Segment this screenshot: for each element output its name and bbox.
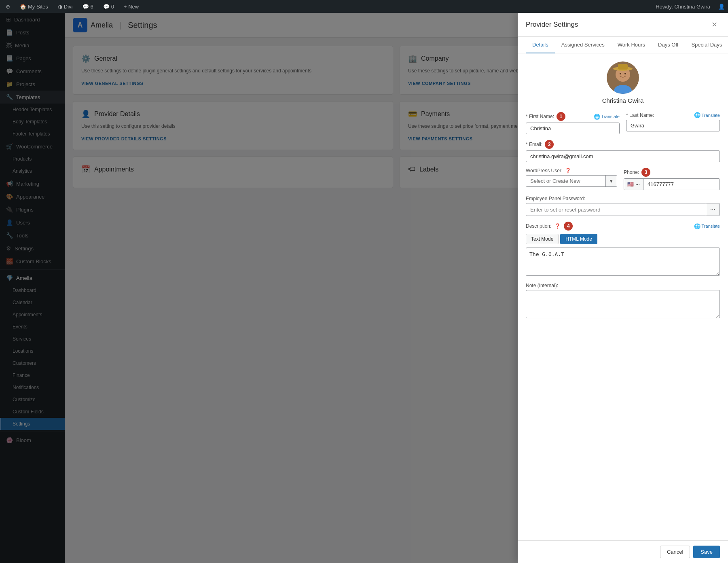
employee-password-input[interactable]: [526, 203, 706, 216]
avatar-name: Christina Gwira: [602, 97, 644, 104]
tab-details[interactable]: Details: [526, 37, 555, 53]
modal-title: Provider Settings: [526, 21, 578, 29]
provider-settings-modal: Provider Settings ✕ Details Assigned Ser…: [518, 13, 728, 563]
email-row: * Email: 2: [526, 140, 720, 162]
wp-logo[interactable]: ⊕: [3, 4, 13, 10]
phone-number-input[interactable]: [643, 179, 720, 190]
first-name-group: * First Name: 1 🌐 Translate: [526, 112, 620, 134]
wordpress-user-input[interactable]: [526, 176, 605, 186]
divi-bar-item[interactable]: ◑ Divi: [55, 4, 75, 10]
description-mode-buttons: Text Mode HTML Mode: [526, 234, 720, 244]
modal-body: Christina Gwira * First Name: 1 🌐 Transl…: [518, 53, 728, 540]
wordpress-user-label: WordPress User: ❓: [526, 168, 617, 174]
name-row: * First Name: 1 🌐 Translate * Last Name:…: [526, 112, 720, 134]
wordpress-user-wrapper: ▾: [526, 175, 617, 187]
description-translate[interactable]: 🌐 Translate: [694, 223, 720, 229]
email-label: * Email: 2: [526, 140, 720, 149]
messages-bar-item[interactable]: 💬 0: [101, 4, 116, 10]
last-name-label: * Last Name: 🌐 Translate: [626, 112, 720, 118]
avatar[interactable]: [607, 61, 639, 94]
step-badge-4: 4: [564, 222, 573, 231]
flag-emoji: 🇺🇸: [627, 181, 634, 187]
svg-rect-6: [618, 64, 628, 70]
last-name-translate[interactable]: 🌐 Translate: [694, 112, 720, 118]
phone-input-wrapper: 🇺🇸 ···: [624, 178, 720, 190]
email-group: * Email: 2: [526, 140, 720, 162]
avatar-section: Christina Gwira: [526, 61, 720, 104]
my-sites[interactable]: 🏠 My Sites: [17, 4, 51, 10]
admin-bar: ⊕ 🏠 My Sites ◑ Divi 💬 6 💬 0 + New Howdy,…: [0, 0, 728, 13]
description-header: Description: ❓ 4 🌐 Translate: [526, 222, 720, 231]
last-name-group: * Last Name: 🌐 Translate: [626, 112, 720, 134]
modal-tabs: Details Assigned Services Work Hours Day…: [518, 37, 728, 53]
tab-days-off[interactable]: Days Off: [652, 37, 685, 53]
html-mode-button[interactable]: HTML Mode: [560, 234, 597, 244]
employee-password-group: Employee Panel Password: ···: [526, 196, 720, 216]
first-name-input[interactable]: [526, 123, 620, 134]
step-badge-3: 3: [641, 168, 650, 177]
modal-footer: Cancel Save: [518, 540, 728, 563]
modal-header: Provider Settings ✕: [518, 13, 728, 37]
tab-assigned-services[interactable]: Assigned Services: [555, 37, 611, 53]
phone-group: Phone: 3 🇺🇸 ···: [624, 168, 720, 190]
password-toggle-button[interactable]: ···: [706, 203, 720, 216]
svg-point-8: [624, 73, 626, 74]
first-name-label: * First Name: 1 🌐 Translate: [526, 112, 620, 121]
description-help-icon[interactable]: ❓: [554, 223, 561, 229]
description-section: Description: ❓ 4 🌐 Translate Text Mode H…: [526, 222, 720, 277]
wordpress-user-help-icon[interactable]: ❓: [565, 168, 571, 174]
note-section: Note (Internal):: [526, 283, 720, 320]
admin-avatar[interactable]: 👤: [718, 4, 725, 10]
comments-bar-item[interactable]: 💬 6: [80, 4, 96, 10]
howdy-greeting: Howdy, Christina Gwira: [656, 4, 710, 10]
globe-icon-1: 🌐: [594, 114, 600, 120]
phone-dial-dots: ···: [635, 181, 640, 187]
svg-point-7: [620, 73, 621, 74]
step-badge-1: 1: [557, 112, 565, 121]
cancel-button[interactable]: Cancel: [660, 546, 690, 558]
tab-special-days[interactable]: Special Days: [685, 37, 728, 53]
password-row: Employee Panel Password: ···: [526, 196, 720, 216]
wp-phone-row: WordPress User: ❓ ▾ Phone: 3 🇺🇸 ···: [526, 168, 720, 190]
wordpress-user-group: WordPress User: ❓ ▾: [526, 168, 617, 190]
step-badge-2: 2: [545, 140, 554, 149]
phone-flag-selector[interactable]: 🇺🇸 ···: [624, 179, 643, 190]
description-label: Description:: [526, 223, 551, 229]
wordpress-user-arrow[interactable]: ▾: [605, 176, 617, 186]
employee-password-label: Employee Panel Password:: [526, 196, 720, 201]
globe-icon-2: 🌐: [694, 112, 700, 118]
note-textarea[interactable]: [526, 290, 720, 318]
employee-password-wrapper: ···: [526, 203, 720, 216]
save-button[interactable]: Save: [693, 546, 720, 558]
text-mode-button[interactable]: Text Mode: [526, 234, 559, 244]
avatar-image: [607, 61, 639, 94]
tab-work-hours[interactable]: Work Hours: [611, 37, 652, 53]
last-name-input[interactable]: [626, 120, 720, 131]
new-bar-item[interactable]: + New: [121, 4, 141, 10]
first-name-translate[interactable]: 🌐 Translate: [594, 114, 620, 120]
description-textarea[interactable]: The G.O.A.T: [526, 248, 720, 276]
modal-close-button[interactable]: ✕: [709, 19, 720, 30]
note-label: Note (Internal):: [526, 283, 720, 288]
email-input[interactable]: [526, 150, 720, 162]
phone-label: Phone: 3: [624, 168, 720, 177]
globe-icon-3: 🌐: [694, 223, 700, 229]
